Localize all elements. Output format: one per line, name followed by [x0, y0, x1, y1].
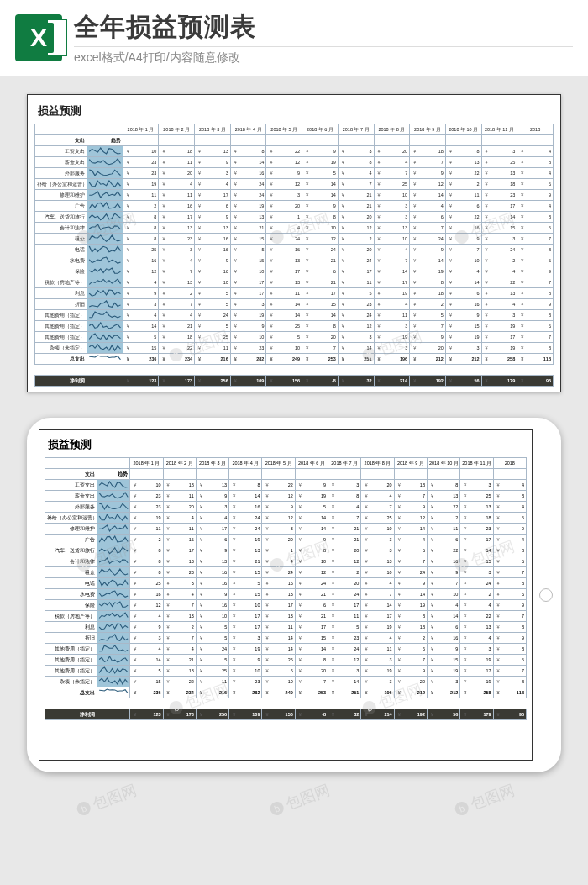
value-cell: ¥12: [262, 513, 295, 524]
value-cell: ¥16: [196, 567, 228, 578]
value-cell: ¥4: [493, 502, 526, 513]
header-banner: X 全年损益预测表 excel格式/A4打印/内容随意修改: [0, 0, 588, 76]
sparkline-cell: [97, 644, 130, 655]
row-label: 利息: [45, 622, 97, 633]
row-label: 保险: [35, 266, 87, 277]
value-cell: ¥16: [196, 578, 228, 589]
value-cell: ¥14: [427, 611, 459, 622]
value-cell: ¥5: [262, 666, 295, 677]
value-cell: ¥11: [262, 622, 295, 633]
value-cell: ¥4: [338, 168, 374, 179]
value-cell: ¥15: [229, 567, 262, 578]
table-row: 租金¥8¥23¥16¥15¥24¥12¥2¥10¥24¥9¥3¥7: [45, 567, 527, 578]
value-cell: ¥25: [196, 666, 228, 677]
value-cell: ¥7: [410, 223, 446, 234]
value-cell: ¥10: [445, 255, 481, 266]
value-cell: ¥8: [517, 212, 554, 223]
row-label: 水电费: [35, 255, 87, 266]
value-cell: ¥5: [410, 310, 446, 321]
value-cell: ¥14: [394, 589, 427, 600]
value-cell: ¥15: [229, 589, 262, 600]
row-label: 保险: [45, 600, 97, 611]
sparkline-cell: [87, 190, 123, 201]
value-cell: ¥24: [262, 567, 295, 578]
value-cell: ¥13: [266, 277, 302, 288]
value-cell: ¥14: [328, 677, 361, 687]
sparkline-cell: [97, 535, 130, 545]
table-row: 薪金支出¥23¥11¥9¥14¥12¥19¥8¥4¥7¥13¥25¥8: [45, 491, 527, 502]
value-cell: ¥17: [159, 212, 195, 223]
value-cell: ¥9: [195, 157, 231, 168]
row-label: 电话: [45, 578, 97, 589]
row-label: 补给（办公室和运营）: [35, 179, 87, 190]
value-cell: ¥3: [262, 524, 295, 535]
sparkline-cell: [87, 321, 123, 332]
value-cell: ¥5: [295, 502, 328, 513]
value-cell: ¥13: [230, 212, 266, 223]
sparkline-cell: [87, 299, 123, 310]
value-cell: ¥25: [460, 491, 493, 502]
sparkline-cell: [97, 589, 130, 600]
value-cell: ¥24: [295, 578, 328, 589]
value-cell: ¥10: [295, 556, 328, 567]
value-cell: ¥6: [517, 223, 554, 234]
value-cell: ¥3: [374, 212, 410, 223]
value-cell: ¥3: [361, 535, 394, 545]
value-cell: ¥19: [427, 666, 459, 677]
value-cell: ¥10: [130, 480, 163, 491]
table-row: 利息¥9¥2¥5¥17¥11¥17¥5¥19¥18¥6¥13¥8: [45, 622, 527, 633]
value-cell: ¥3: [374, 343, 410, 354]
tablet-screen: 损益预测 2018 年 1 月2018 年 2 月2018 年 3 月2018 …: [39, 429, 533, 761]
sparkline-cell: [87, 179, 123, 190]
value-cell: ¥6: [517, 179, 554, 190]
section-label: 支出: [45, 469, 97, 480]
value-cell: ¥7: [394, 655, 427, 666]
value-cell: ¥17: [328, 600, 361, 611]
sparkline-cell: [97, 524, 130, 535]
value-cell: ¥4: [517, 201, 554, 212]
value-cell: ¥9: [445, 234, 481, 245]
value-cell: ¥19: [123, 179, 159, 190]
sparkline-cell: [87, 266, 123, 277]
row-label: 折旧: [45, 633, 97, 644]
value-cell: ¥24: [266, 234, 302, 245]
value-cell: ¥23: [481, 190, 517, 201]
value-cell: ¥24: [195, 310, 231, 321]
value-cell: ¥3: [361, 545, 394, 556]
value-cell: ¥17: [230, 288, 266, 299]
template-title: 全年损益预测表: [74, 10, 573, 45]
row-label: 薪金支出: [35, 157, 87, 168]
value-cell: ¥9: [229, 655, 262, 666]
header-text: 全年损益预测表 excel格式/A4打印/内容随意修改: [74, 10, 573, 66]
table-row: 补给（办公室和运营）¥19¥4¥4¥24¥12¥14¥7¥25¥12¥2¥18¥…: [45, 513, 527, 524]
value-cell: ¥11: [159, 157, 195, 168]
sparkline-cell: [97, 578, 130, 589]
value-cell: ¥24: [229, 513, 262, 524]
sparkline-cell: [97, 622, 130, 633]
table-row: 折旧¥3¥7¥5¥3¥14¥15¥23¥4¥2¥16¥4¥9: [35, 299, 554, 310]
value-cell: ¥8: [427, 480, 459, 491]
value-cell: ¥17: [302, 288, 339, 299]
value-cell: ¥14: [123, 321, 159, 332]
sparkline-cell: [87, 255, 123, 266]
value-cell: ¥14: [481, 212, 517, 223]
value-cell: ¥18: [410, 288, 446, 299]
value-cell: ¥14: [302, 310, 339, 321]
table-row: 工资支出¥10¥18¥13¥8¥22¥9¥3¥20¥18¥8¥3¥4: [45, 480, 527, 491]
value-cell: ¥12: [123, 266, 159, 277]
value-cell: ¥24: [229, 524, 262, 535]
table-row: 其他费用（指定）¥4¥4¥24¥19¥14¥14¥24¥11¥5¥9¥3¥8: [45, 644, 527, 655]
value-cell: ¥18: [163, 666, 196, 677]
value-cell: ¥9: [410, 245, 446, 255]
sparkline-cell: [87, 168, 123, 179]
row-label: 工资支出: [35, 146, 87, 157]
value-cell: ¥9: [517, 266, 554, 277]
value-cell: ¥7: [302, 343, 339, 354]
table-row: 会计和法律¥8¥13¥13¥21¥4¥10¥12¥13¥7¥16¥15¥6: [45, 556, 527, 567]
sparkline-cell: [87, 212, 123, 223]
value-cell: ¥8: [493, 491, 526, 502]
row-label: 其他费用（指定）: [45, 666, 97, 677]
value-cell: ¥5: [195, 299, 231, 310]
value-cell: ¥11: [195, 343, 231, 354]
table-row: 其他费用（指定）¥14¥21¥5¥9¥25¥8¥12¥3¥7¥15¥19¥6: [35, 321, 554, 332]
